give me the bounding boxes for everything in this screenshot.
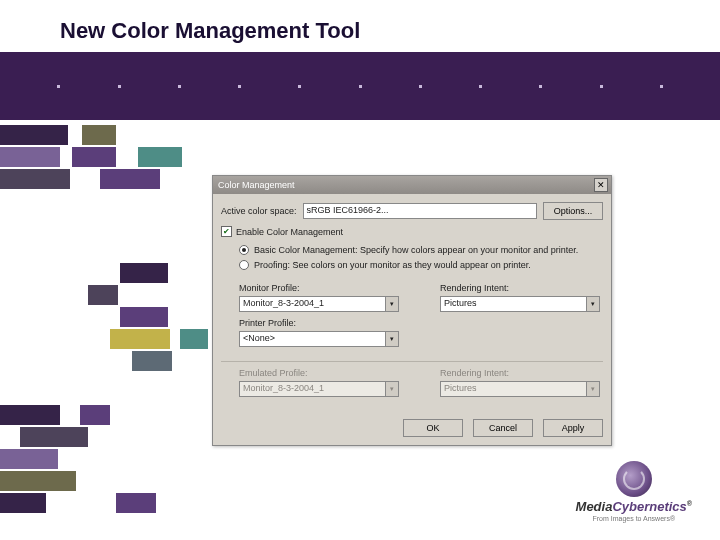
basic-color-management-radio[interactable] bbox=[239, 245, 249, 255]
radio-selected-icon bbox=[242, 248, 246, 252]
monitor-profile-combo[interactable]: Monitor_8-3-2004_1 ▾ bbox=[239, 296, 399, 312]
close-icon: ✕ bbox=[597, 180, 605, 190]
decorative-dot bbox=[57, 85, 60, 88]
brand-tagline: From Images to Answers® bbox=[576, 515, 692, 522]
brand-logo: MediaCybernetics® From Images to Answers… bbox=[576, 461, 692, 522]
printer-profile-value: <None> bbox=[239, 331, 385, 347]
rendering-intent-value: Pictures bbox=[440, 296, 586, 312]
decorative-dot bbox=[118, 85, 121, 88]
decorative-dot bbox=[539, 85, 542, 88]
rendering-intent-label: Rendering Intent: bbox=[440, 283, 603, 293]
printer-profile-combo[interactable]: <None> ▾ bbox=[239, 331, 399, 347]
chevron-down-icon: ▾ bbox=[586, 381, 600, 397]
chevron-down-icon: ▾ bbox=[385, 296, 399, 312]
decorative-dot bbox=[298, 85, 301, 88]
chevron-down-icon: ▾ bbox=[586, 296, 600, 312]
emulated-profile-value: Monitor_8-3-2004_1 bbox=[239, 381, 385, 397]
basic-color-management-label: Basic Color Management: Specify how colo… bbox=[254, 245, 578, 255]
printer-profile-label: Printer Profile: bbox=[239, 318, 402, 328]
emulated-profile-combo: Monitor_8-3-2004_1 ▾ bbox=[239, 381, 399, 397]
decorative-dot bbox=[479, 85, 482, 88]
registered-mark: ® bbox=[687, 500, 692, 507]
chevron-down-icon: ▾ bbox=[385, 331, 399, 347]
rendering-intent2-label: Rendering Intent: bbox=[440, 368, 603, 378]
decorative-dot bbox=[238, 85, 241, 88]
monitor-profile-label: Monitor Profile: bbox=[239, 283, 402, 293]
decorative-dot bbox=[600, 85, 603, 88]
rendering-intent2-value: Pictures bbox=[440, 381, 586, 397]
logo-swirl-icon bbox=[616, 461, 652, 497]
monitor-profile-value: Monitor_8-3-2004_1 bbox=[239, 296, 385, 312]
chevron-down-icon: ▾ bbox=[385, 381, 399, 397]
brand-name-cybernetics: Cybernetics bbox=[612, 499, 686, 514]
decorative-dot bbox=[660, 85, 663, 88]
color-management-dialog: Color Management ✕ Active color space: s… bbox=[212, 175, 612, 446]
decorative-dot bbox=[419, 85, 422, 88]
dialog-title: Color Management bbox=[218, 180, 295, 190]
active-color-space-field[interactable]: sRGB IEC61966-2... bbox=[303, 203, 537, 219]
decorative-dot bbox=[359, 85, 362, 88]
brand-name-media: Media bbox=[576, 499, 613, 514]
enable-color-management-label: Enable Color Management bbox=[236, 227, 343, 237]
separator bbox=[221, 361, 603, 362]
decorative-bars bbox=[0, 125, 210, 515]
rendering-intent-combo[interactable]: Pictures ▾ bbox=[440, 296, 600, 312]
emulated-profile-label: Emulated Profile: bbox=[239, 368, 402, 378]
cancel-button[interactable]: Cancel bbox=[473, 419, 533, 437]
rendering-intent2-combo: Pictures ▾ bbox=[440, 381, 600, 397]
dialog-titlebar: Color Management ✕ bbox=[213, 176, 611, 194]
brand-name: MediaCybernetics® bbox=[576, 499, 692, 514]
active-color-space-label: Active color space: bbox=[221, 206, 297, 216]
options-button[interactable]: Options... bbox=[543, 202, 603, 220]
decorative-dot bbox=[178, 85, 181, 88]
ok-button[interactable]: OK bbox=[403, 419, 463, 437]
header-band bbox=[0, 52, 720, 120]
enable-color-management-checkbox[interactable]: ✔ bbox=[221, 226, 232, 237]
page-title: New Color Management Tool bbox=[60, 18, 360, 44]
proofing-radio[interactable] bbox=[239, 260, 249, 270]
apply-button[interactable]: Apply bbox=[543, 419, 603, 437]
close-button[interactable]: ✕ bbox=[594, 178, 608, 192]
proofing-label: Proofing: See colors on your monitor as … bbox=[254, 260, 531, 270]
